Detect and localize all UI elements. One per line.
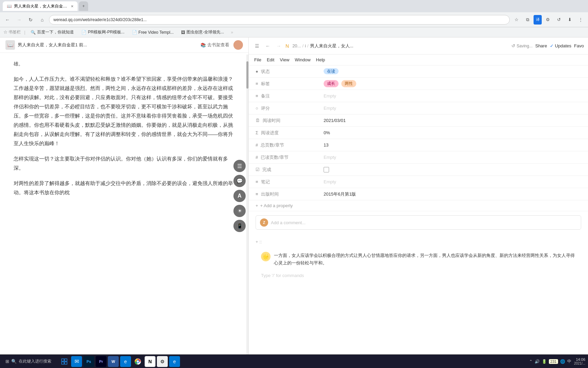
prop-row-notes[interactable]: ≡ 笔记 Empty	[249, 176, 588, 188]
bookmark-baidu[interactable]: 🔍 百度一下，你就知道	[29, 29, 76, 36]
taskbar: ⊞ 🔍 在此键入进行搜索 ✉ Ps Pr W e	[0, 354, 588, 368]
tray-icon-1[interactable]: ⌃	[529, 359, 533, 364]
prop-row-read-pages[interactable]: # 已读页数/章节 Empty	[249, 151, 588, 164]
chat-btn[interactable]: 💬	[233, 175, 246, 187]
menu-btn[interactable]: ☰	[233, 160, 246, 172]
prop-row-progress[interactable]: Σ 阅读进度 0%	[249, 127, 588, 139]
prop-row-publish-time[interactable]: ≡ 出版时间 2015年6月第1版	[249, 188, 588, 200]
prop-row-status[interactable]: ● 状态 在读	[249, 65, 588, 78]
chrome-app[interactable]	[132, 356, 143, 367]
tag-gender: 两性	[341, 80, 356, 87]
reader-content[interactable]: 雄。 如今，人人工作压力大。谁不渴望轻松和释放？谁不希望下班回家，享受伴侣带来的…	[0, 53, 248, 353]
home-btn[interactable]: ⌂	[37, 15, 47, 25]
note-add-label: + ::	[256, 239, 262, 244]
browser-taskbar-app[interactable]: e	[169, 356, 180, 367]
avatar-letter: Z	[263, 220, 265, 225]
saving-text: Saving...	[517, 44, 533, 48]
notion-sidebar-toggle[interactable]: ☰	[253, 42, 261, 50]
menu-file[interactable]: File	[254, 57, 261, 62]
prop-label-text-note: 备注	[261, 93, 270, 99]
bookmark-star-btn[interactable]: ☆	[512, 15, 521, 25]
app-icon-8[interactable]: ⚙	[157, 356, 168, 367]
prop-row-total-pages[interactable]: # 总页数/章节 13	[249, 139, 588, 151]
reader-title-area: 📖 男人来自火星，女人来自金星1 前...	[5, 40, 87, 50]
tray-battery[interactable]: 🔋	[542, 359, 547, 364]
bookmark-tuchong[interactable]: 🖼 图虫创意-全球领先...	[179, 29, 226, 36]
prop-row-note[interactable]: ≡ 备注 Empty	[249, 90, 588, 102]
taskview-btn[interactable]	[59, 356, 70, 367]
status-icon: ●	[256, 69, 258, 74]
user-avatar[interactable]	[233, 40, 243, 50]
premiere-app[interactable]: Pr	[96, 356, 107, 367]
checkbox-label-icon: ☑	[256, 167, 260, 172]
notion-forward-btn[interactable]: →	[275, 42, 283, 50]
taskbar-right: ⌃ 🔊 🔋 231 🌐 中 14:06 2021/...	[529, 357, 585, 365]
edge-app[interactable]: e	[120, 356, 131, 367]
prop-label-text-complete: 完成	[262, 167, 271, 173]
add-property-btn[interactable]: + + Add a property	[249, 200, 588, 211]
time-display: 14:06 2021/...	[574, 357, 585, 365]
tray-network[interactable]: 🌐	[560, 359, 565, 364]
prop-label-text-status: 状态	[261, 68, 270, 75]
tab-active[interactable]: 📖 男人来自火星，女人来自金星1-* ✕	[3, 1, 78, 11]
download-btn[interactable]: ⬇	[565, 15, 574, 25]
back-btn[interactable]: ←	[3, 15, 12, 25]
search-icon[interactable]: 🔍	[11, 359, 17, 364]
menu-window[interactable]: Window	[295, 57, 310, 62]
bookmark-pr[interactable]: 📄 PR模板网-PR模板...	[79, 29, 126, 36]
menu-edit[interactable]: Edit	[267, 57, 274, 62]
bookmark-label-1: PR模板网-PR模板...	[88, 29, 124, 35]
prop-label-text-notes: 笔记	[261, 179, 270, 185]
breadcrumb-short: 20...	[292, 43, 301, 48]
comment-input-row[interactable]: Z Add a comment...	[256, 215, 581, 230]
menu-view[interactable]: View	[280, 57, 289, 62]
prop-label-text-read-time: 阅读时间	[263, 118, 280, 124]
prop-row-tags[interactable]: ≡ 标签 成长 两性	[249, 78, 588, 90]
sigma-icon: Σ	[256, 130, 258, 135]
reader-book-icon: 📖	[5, 40, 15, 50]
word-app[interactable]: W	[108, 356, 119, 367]
scroll-thumb[interactable]	[246, 61, 248, 89]
updates-btn[interactable]: ✓ Updates	[550, 43, 571, 48]
menu-icon: ☰	[237, 163, 242, 169]
tray-icon-2[interactable]: 🔊	[535, 359, 540, 364]
phone-btn[interactable]: 📱	[233, 220, 246, 232]
menu-help[interactable]: Help	[316, 57, 325, 62]
reader-paragraph-0: 如今，人人工作压力大。谁不渴望轻松和释放？谁不希望下班回家，享受伴侣带来的温馨和…	[14, 74, 235, 148]
complete-checkbox[interactable]	[324, 167, 329, 172]
prop-row-read-time[interactable]: 🗓 阅读时间 2021/03/01	[249, 114, 588, 127]
address-bar: ← → ↻ ⌂ ☆ ⧉ 译 ⚙ ↺ ⬇ ⋮	[0, 12, 588, 27]
notion-taskbar-app[interactable]: N	[145, 356, 156, 367]
forward-btn[interactable]: →	[14, 15, 24, 25]
extension-btn[interactable]: ⧉	[523, 15, 532, 25]
tray-chs[interactable]: 中	[567, 358, 571, 364]
refresh-btn[interactable]: ↻	[26, 15, 35, 25]
font-btn[interactable]: A	[233, 190, 246, 202]
email-app[interactable]: ✉	[71, 356, 82, 367]
tab-new[interactable]: +	[79, 1, 88, 11]
windows-icon[interactable]: ⊞	[5, 359, 9, 364]
reader-paragraph-1: 怎样实现这一切？这主要取决于你对伴侣的认识。你对他（她）认识有多深，你们的爱情就…	[14, 154, 235, 172]
menu-dots-btn[interactable]: ⋮	[576, 15, 585, 25]
translate-btn[interactable]: 译	[534, 15, 542, 25]
photoshop-app[interactable]: Ps	[83, 356, 94, 367]
tab-close-btn[interactable]: ✕	[71, 4, 74, 8]
prop-row-rating[interactable]: ○ 评分 Empty	[249, 102, 588, 114]
reader-scrollbar[interactable]	[246, 55, 248, 354]
bookmark-video[interactable]: 📄 Free Video Templ...	[130, 29, 176, 35]
brightness-btn[interactable]: ☀	[233, 205, 246, 217]
prop-label-tags: ≡ 标签	[256, 81, 324, 87]
goto-shelf-btn[interactable]: 📚 去书架查看	[200, 42, 229, 48]
share-btn[interactable]: Share	[535, 43, 547, 48]
address-input[interactable]	[49, 15, 510, 25]
favo-btn[interactable]: Favo	[574, 43, 584, 48]
history-btn[interactable]: ↺	[554, 15, 564, 25]
note-item: 🌟 一方面，女人应该学会以积极合理的方式让男人心甘情愿地答应你的请求，另一方面，…	[256, 248, 581, 270]
bookmarks-label: ☆ 书签栏	[3, 29, 21, 35]
taskbar-search-label[interactable]: 在此键入进行搜索	[19, 358, 51, 364]
note-add-row[interactable]: + ::	[256, 239, 581, 244]
prop-row-complete[interactable]: ☑ 完成	[249, 164, 588, 176]
settings-btn[interactable]: ⚙	[543, 15, 553, 25]
notion-back-btn[interactable]: ←	[264, 42, 272, 50]
rating-icon: ○	[256, 106, 258, 111]
